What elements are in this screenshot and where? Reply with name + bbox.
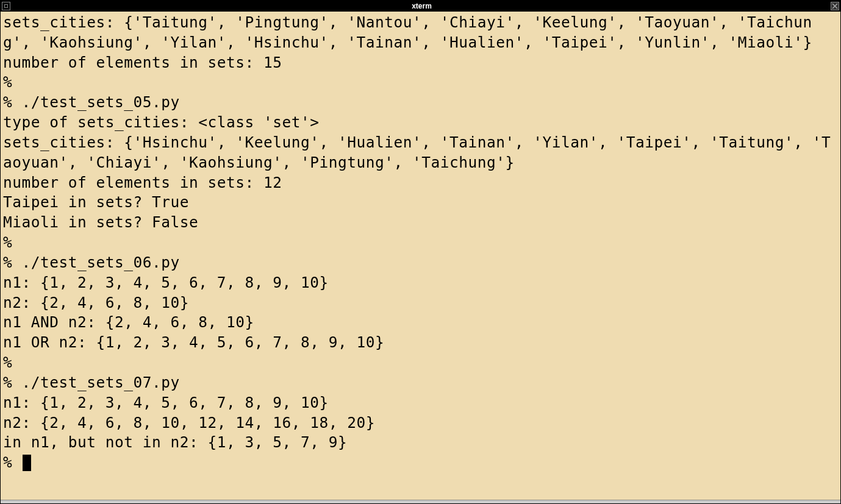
close-icon[interactable] — [831, 2, 839, 10]
window-title: xterm — [13, 2, 831, 10]
cursor — [23, 455, 31, 471]
titlebar[interactable]: xterm — [1, 1, 840, 12]
bottom-border — [1, 500, 840, 503]
terminal-area[interactable]: sets_cities: {'Taitung', 'Pingtung', 'Na… — [1, 12, 840, 500]
terminal-prompt: % — [3, 453, 22, 471]
terminal-output: sets_cities: {'Taitung', 'Pingtung', 'Na… — [3, 13, 831, 451]
titlebar-left — [2, 2, 13, 10]
window-menu-icon[interactable] — [2, 2, 10, 10]
xterm-window: xterm sets_cities: {'Taitung', 'Pingtung… — [0, 0, 841, 504]
